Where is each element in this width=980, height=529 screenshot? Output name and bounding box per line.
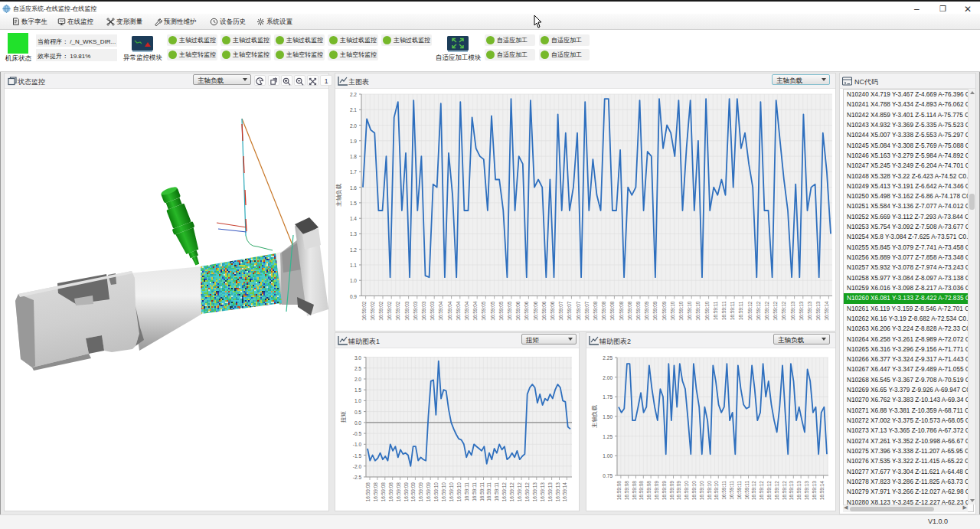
svg-text:16:59:09: 16:59:09 [644, 301, 649, 321]
svg-text:2.25: 2.25 [603, 355, 612, 361]
svg-text:主轴负载: 主轴负载 [335, 183, 342, 207]
svg-text:-2.5: -2.5 [353, 475, 362, 480]
svg-text:16:59:12: 16:59:12 [501, 482, 507, 502]
svg-text:16:59:11: 16:59:11 [730, 301, 735, 320]
svg-text:16:59:02: 16:59:02 [395, 301, 400, 321]
svg-text:0.0: 0.0 [354, 420, 361, 426]
svg-text:1.0: 1.0 [354, 398, 361, 403]
svg-text:16:59:13: 16:59:13 [815, 301, 821, 321]
svg-text:1.0: 1.0 [350, 278, 357, 283]
svg-text:0.75: 0.75 [603, 473, 612, 478]
svg-text:16:59:10: 16:59:10 [687, 301, 692, 321]
svg-text:16:59:13: 16:59:13 [790, 301, 795, 321]
svg-text:16:59:11: 16:59:11 [721, 301, 727, 320]
svg-text:2.5: 2.5 [354, 366, 361, 371]
svg-text:1.00: 1.00 [603, 453, 612, 459]
svg-text:16:59:12: 16:59:12 [773, 301, 778, 321]
svg-text:16:59:10: 16:59:10 [707, 481, 712, 501]
svg-text:1.1: 1.1 [350, 263, 357, 268]
svg-text:16:59:13: 16:59:13 [540, 482, 545, 502]
svg-text:16:59:10: 16:59:10 [449, 482, 454, 502]
svg-text:16:59:03: 16:59:03 [404, 301, 410, 321]
svg-text:16:59:07: 16:59:07 [576, 301, 581, 321]
svg-text:1.5: 1.5 [350, 201, 357, 206]
svg-text:16:59:08: 16:59:08 [619, 301, 624, 321]
svg-text:2.2: 2.2 [350, 92, 357, 97]
svg-text:16:59:14: 16:59:14 [824, 301, 829, 321]
svg-text:16:59:13: 16:59:13 [812, 481, 817, 501]
svg-text:16:59:09: 16:59:09 [418, 482, 423, 502]
svg-text:16:59:04: 16:59:04 [464, 301, 469, 321]
svg-text:16:59:12: 16:59:12 [751, 481, 756, 501]
svg-text:16:59:10: 16:59:10 [684, 481, 689, 501]
svg-text:16:59:08: 16:59:08 [624, 481, 629, 501]
svg-text:16:59:12: 16:59:12 [747, 301, 753, 321]
svg-text:16:59:12: 16:59:12 [517, 482, 522, 502]
svg-text:主轴负载: 主轴负载 [591, 405, 598, 429]
svg-text:1.25: 1.25 [603, 434, 612, 439]
svg-text:16:59:12: 16:59:12 [774, 481, 779, 501]
svg-text:16:59:13: 16:59:13 [555, 482, 560, 502]
svg-text:16:59:08: 16:59:08 [627, 301, 632, 321]
svg-text:16:59:06: 16:59:06 [550, 301, 555, 321]
svg-text:1.5: 1.5 [354, 387, 361, 393]
svg-text:16:59:02: 16:59:02 [370, 301, 375, 321]
svg-text:3.0: 3.0 [354, 355, 361, 361]
svg-text:16:59:05: 16:59:05 [481, 301, 486, 321]
svg-text:16:59:10: 16:59:10 [699, 481, 704, 501]
svg-text:16:59:10: 16:59:10 [704, 301, 710, 321]
svg-text:2.0: 2.0 [350, 123, 357, 129]
svg-text:16:59:11: 16:59:11 [713, 301, 718, 320]
svg-text:2.0: 2.0 [354, 377, 361, 382]
svg-text:16:59:13: 16:59:13 [804, 481, 809, 501]
svg-text:16:59:08: 16:59:08 [609, 301, 615, 321]
svg-text:16:59:07: 16:59:07 [584, 301, 590, 321]
svg-text:16:59:12: 16:59:12 [764, 301, 769, 321]
svg-text:16:59:09: 16:59:09 [669, 481, 675, 501]
svg-text:1.9: 1.9 [350, 139, 357, 144]
svg-text:16:59:11: 16:59:11 [729, 481, 734, 500]
svg-text:16:59:06: 16:59:06 [541, 301, 547, 321]
svg-text:16:59:03: 16:59:03 [413, 301, 418, 321]
svg-text:16:59:08: 16:59:08 [646, 481, 652, 501]
svg-text:16:59:13: 16:59:13 [807, 301, 812, 321]
svg-text:16:59:09: 16:59:09 [410, 482, 416, 502]
svg-text:-1.5: -1.5 [353, 453, 362, 459]
svg-text:16:59:06: 16:59:06 [533, 301, 538, 321]
svg-text:16:59:10: 16:59:10 [695, 301, 701, 321]
svg-text:16:59:08: 16:59:08 [639, 481, 644, 501]
svg-text:16:59:06: 16:59:06 [515, 301, 521, 321]
svg-text:16:59:08: 16:59:08 [373, 482, 378, 502]
svg-text:16:59:11: 16:59:11 [737, 481, 742, 500]
svg-text:16:59:13: 16:59:13 [547, 482, 553, 502]
svg-text:16:59:13: 16:59:13 [789, 481, 794, 501]
svg-text:16:59:04: 16:59:04 [438, 301, 443, 321]
svg-text:16:59:12: 16:59:12 [509, 482, 514, 502]
svg-text:16:59:08: 16:59:08 [381, 482, 386, 502]
svg-text:16:59:09: 16:59:09 [654, 481, 659, 501]
svg-text:2.1: 2.1 [350, 107, 357, 113]
svg-text:扭矩: 扭矩 [340, 411, 347, 423]
svg-text:16:59:12: 16:59:12 [756, 301, 761, 321]
svg-text:16:59:12: 16:59:12 [759, 481, 764, 501]
svg-text:16:59:07: 16:59:07 [567, 301, 572, 321]
svg-text:16:59:10: 16:59:10 [456, 482, 462, 502]
svg-text:16:59:13: 16:59:13 [796, 481, 802, 501]
svg-text:16:59:03: 16:59:03 [430, 301, 435, 321]
svg-text:0.5: 0.5 [354, 410, 361, 415]
svg-text:1.6: 1.6 [350, 185, 357, 191]
svg-text:16:59:11: 16:59:11 [479, 482, 485, 501]
svg-text:16:59:08: 16:59:08 [396, 482, 401, 502]
svg-text:16:59:07: 16:59:07 [558, 301, 564, 321]
svg-text:16:59:11: 16:59:11 [721, 481, 727, 500]
svg-text:-0.5: -0.5 [353, 431, 362, 436]
svg-text:16:59:09: 16:59:09 [662, 481, 667, 501]
svg-text:16:59:09: 16:59:09 [426, 482, 431, 502]
svg-text:-1.0: -1.0 [353, 442, 362, 447]
svg-text:16:59:02: 16:59:02 [361, 301, 367, 321]
svg-text:2.00: 2.00 [603, 375, 612, 380]
svg-text:16:59:09: 16:59:09 [635, 301, 641, 321]
svg-text:1.3: 1.3 [350, 231, 357, 237]
svg-text:16:59:05: 16:59:05 [507, 301, 512, 321]
svg-text:16:59:11: 16:59:11 [464, 482, 469, 501]
